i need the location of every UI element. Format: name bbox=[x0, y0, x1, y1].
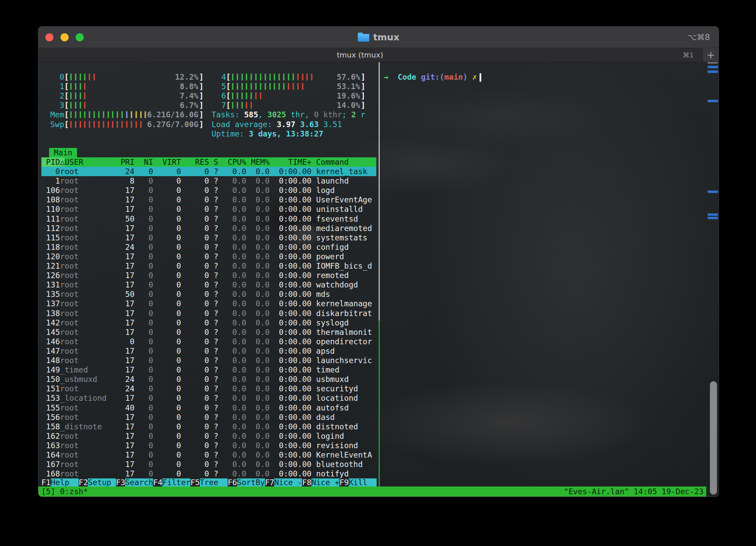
minimize-button[interactable] bbox=[61, 33, 69, 41]
meter-tick bbox=[272, 83, 277, 90]
shell-prompt[interactable]: → Code git:(main) ✗ bbox=[384, 72, 481, 82]
cell-s: ? bbox=[209, 432, 219, 440]
new-tab-button[interactable]: + bbox=[703, 48, 719, 62]
process-row[interactable]: 156root 17 0 0 0 ? 0.0 0.0 0:00.00 dasd bbox=[41, 413, 376, 422]
cell-ni: 0 bbox=[135, 299, 153, 308]
column-headers[interactable]: USER PRI NI VIRT RES S CPU% MEM% TIME+ C… bbox=[65, 158, 349, 166]
process-row[interactable]: 120root 17 0 0 0 ? 0.0 0.0 0:00.00 power… bbox=[41, 252, 376, 261]
cell-time: 0:00.00 bbox=[270, 356, 312, 365]
process-row[interactable]: 138root 17 0 0 0 ? 0.0 0.0 0:00.00 diska… bbox=[41, 309, 376, 318]
process-row[interactable]: 142root 17 0 0 0 ? 0.0 0.0 0:00.00 syslo… bbox=[41, 318, 376, 327]
fkey-f9[interactable]: F9Kill bbox=[339, 478, 377, 487]
process-row[interactable]: 126root 17 0 0 0 ? 0.0 0.0 0:00.00 remot… bbox=[41, 271, 376, 280]
meter-tick bbox=[254, 83, 259, 90]
load-average: Load average: 3.97 3.63 3.51 bbox=[212, 120, 342, 129]
cell-cpu: 0.0 bbox=[218, 432, 246, 440]
fkey-f3[interactable]: F3Search bbox=[116, 478, 153, 487]
meter-tick bbox=[139, 111, 144, 118]
fkey-label: Setup bbox=[88, 478, 116, 487]
meter-value: 8.8% bbox=[180, 82, 198, 91]
cell-mem: 0.0 bbox=[246, 186, 269, 195]
process-row[interactable]: 111root 50 0 0 0 ? 0.0 0.0 0:00.00 fseve… bbox=[41, 214, 376, 224]
cell-command: notifyd bbox=[311, 469, 349, 478]
zoom-button[interactable] bbox=[76, 33, 84, 41]
process-row[interactable]: 121root 17 0 0 0 ? 0.0 0.0 0:00.00 IOMFB… bbox=[41, 261, 376, 271]
process-row[interactable]: 147root 17 0 0 0 ? 0.0 0.0 0:00.00 apsd bbox=[41, 346, 376, 356]
process-row[interactable]: 155root 40 0 0 0 ? 0.0 0.0 0:00.00 autof… bbox=[41, 403, 376, 413]
fkey-label: Nice - bbox=[274, 478, 302, 487]
process-row[interactable]: 112root 17 0 0 0 ? 0.0 0.0 0:00.00 media… bbox=[41, 224, 376, 233]
process-row[interactable]: 162root 17 0 0 0 ? 0.0 0.0 0:00.00 login… bbox=[41, 431, 376, 441]
process-row[interactable]: 131root 17 0 0 0 ? 0.0 0.0 0:00.00 watch… bbox=[41, 280, 376, 289]
cell-virt: 0 bbox=[153, 177, 181, 185]
cell-time: 0:00.00 bbox=[270, 441, 312, 450]
process-row[interactable]: 115root 17 0 0 0 ? 0.0 0.0 0:00.00 syste… bbox=[41, 233, 376, 242]
fkey-label: Nice + bbox=[311, 478, 339, 487]
meter-tick bbox=[244, 92, 249, 100]
scrollbar-thumb[interactable] bbox=[710, 381, 717, 495]
process-row[interactable]: 149_timed 17 0 0 0 ? 0.0 0.0 0:00.00 tim… bbox=[41, 365, 376, 375]
process-row[interactable]: 150_usbmuxd 24 0 0 0 ? 0.0 0.0 0:00.00 u… bbox=[41, 375, 376, 384]
meter-bracket: [ bbox=[64, 72, 69, 82]
cell-pid: 146 bbox=[41, 337, 60, 346]
process-row[interactable]: 146root 0 0 0 0 ? 0.0 0.0 0:00.00 opendi… bbox=[41, 337, 376, 346]
process-row[interactable]: 135root 50 0 0 0 ? 0.0 0.0 0:00.00 mds bbox=[41, 289, 376, 299]
cell-res: 0 bbox=[181, 441, 209, 450]
process-row[interactable]: 151root 24 0 0 0 ? 0.0 0.0 0:00.00 secur… bbox=[41, 384, 376, 393]
cell-pid: 137 bbox=[41, 299, 60, 308]
process-row[interactable]: 108root 17 0 0 0 ? 0.0 0.0 0:00.00 UserE… bbox=[41, 195, 376, 204]
fkey-f7[interactable]: F7Nice - bbox=[265, 478, 302, 487]
table-header[interactable]: PID△USER PRI NI VIRT RES S CPU% MEM% TIM… bbox=[41, 157, 376, 167]
window-titlebar[interactable]: tmux ⌥⌘8 bbox=[38, 27, 719, 48]
process-row[interactable]: 106root 17 0 0 0 ? 0.0 0.0 0:00.00 logd bbox=[41, 186, 376, 195]
cell-ni: 0 bbox=[135, 205, 153, 213]
fkey-f2[interactable]: F2Setup bbox=[79, 478, 116, 487]
process-row[interactable]: 168root 17 0 0 0 ? 0.0 0.0 0:00.00 notif… bbox=[41, 469, 376, 478]
process-row[interactable]: 1root 8 0 0 0 ? 0.0 0.0 0:00.00 launchd bbox=[41, 176, 376, 186]
process-row[interactable]: 118root 24 0 0 0 ? 0.0 0.0 0:00.00 confi… bbox=[41, 242, 376, 252]
process-row[interactable]: 167root 17 0 0 0 ? 0.0 0.0 0:00.00 bluet… bbox=[41, 460, 376, 469]
cell-cpu: 0.0 bbox=[218, 328, 246, 337]
meter-label: 4 bbox=[212, 72, 226, 82]
fkey-f1[interactable]: F1Help bbox=[41, 478, 79, 487]
meter-tick bbox=[231, 102, 235, 109]
process-row[interactable]: 163root 17 0 0 0 ? 0.0 0.0 0:00.00 revis… bbox=[41, 441, 376, 450]
cell-time: 0:00.00 bbox=[270, 177, 312, 185]
meter-tick bbox=[310, 73, 314, 81]
pane-divider-active[interactable] bbox=[379, 320, 380, 486]
tmux-window-list[interactable]: [5] 0:zsh* bbox=[38, 486, 88, 497]
cell-pid: 147 bbox=[41, 347, 60, 355]
meter-tick bbox=[74, 92, 78, 100]
pane-divider[interactable] bbox=[379, 62, 380, 320]
process-row[interactable]: 158_distnote 17 0 0 0 ? 0.0 0.0 0:00.00 … bbox=[41, 422, 376, 431]
cell-s: ? bbox=[209, 460, 219, 469]
cell-time: 0:00.00 bbox=[270, 422, 312, 431]
process-row[interactable]: 153_locationd 17 0 0 0 ? 0.0 0.0 0:00.00… bbox=[41, 393, 376, 403]
cell-s: ? bbox=[209, 365, 219, 374]
tasks-summary-segment: , bbox=[305, 110, 314, 119]
fkey-f6[interactable]: F6SortBy bbox=[228, 478, 265, 487]
cell-time: 0:00.00 bbox=[270, 403, 312, 412]
process-row[interactable]: 145root 17 0 0 0 ? 0.0 0.0 0:00.00 therm… bbox=[41, 327, 376, 337]
process-row[interactable]: 148root 17 0 0 0 ? 0.0 0.0 0:00.00 launc… bbox=[41, 356, 376, 365]
process-row[interactable]: 110root 17 0 0 0 ? 0.0 0.0 0:00.00 unins… bbox=[41, 204, 376, 214]
htop-screen-tab[interactable]: Main bbox=[49, 148, 77, 157]
cell-cpu: 0.0 bbox=[218, 375, 246, 384]
cell-time: 0:00.00 bbox=[270, 365, 312, 374]
meter-bar: 6.21G/16.0G bbox=[69, 110, 199, 119]
cell-mem: 0.0 bbox=[246, 280, 269, 289]
cell-res: 0 bbox=[181, 271, 209, 280]
meter-bar: 8.8% bbox=[69, 82, 199, 91]
cpu-meter: 1[8.8%] bbox=[46, 82, 204, 91]
cell-pri: 17 bbox=[111, 186, 135, 195]
column-header-pid[interactable]: PID△ bbox=[41, 157, 65, 167]
meter-tick bbox=[125, 111, 129, 118]
tab-tmux[interactable]: tmux (tmux) bbox=[38, 48, 682, 62]
fkey-f5[interactable]: F5Tree bbox=[190, 478, 228, 487]
process-row[interactable]: 164root 17 0 0 0 ? 0.0 0.0 0:00.00 Kerne… bbox=[41, 450, 376, 460]
fkey-f4[interactable]: F4Filter bbox=[153, 478, 190, 487]
close-button[interactable] bbox=[45, 33, 53, 41]
process-row[interactable]: 0root 24 0 0 0 ? 0.0 0.0 0:00.00 kernel_… bbox=[41, 167, 376, 176]
process-row[interactable]: 137root 17 0 0 0 ? 0.0 0.0 0:00.00 kerne… bbox=[41, 299, 376, 308]
fkey-f8[interactable]: F8Nice + bbox=[302, 478, 339, 487]
